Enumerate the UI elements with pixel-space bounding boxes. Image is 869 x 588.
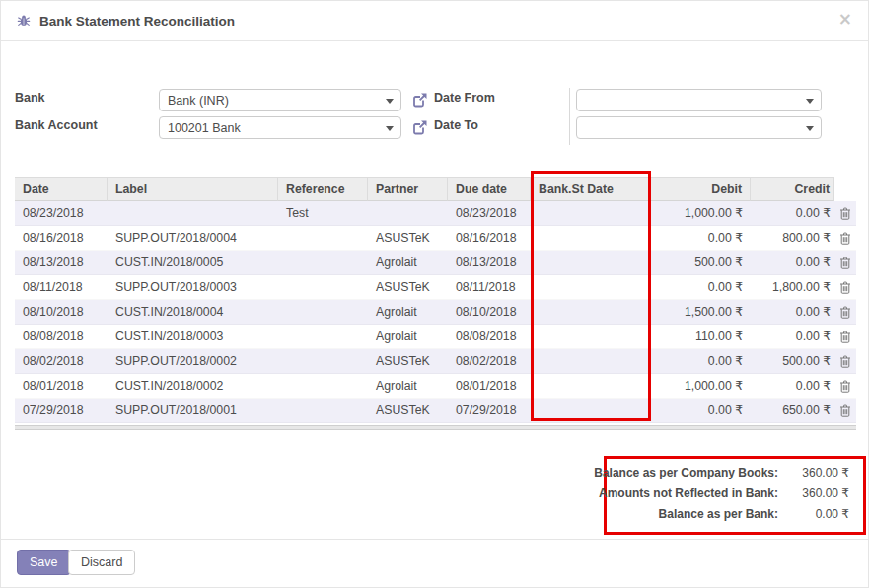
cell-date: 08/08/2018 (15, 325, 108, 348)
column-header-partner[interactable]: Partner (368, 177, 448, 201)
delete-cell[interactable] (834, 275, 856, 299)
dialog-header: Bank Statement Reconciliation × (1, 1, 868, 41)
delete-cell[interactable] (834, 300, 856, 324)
bank-account-external-link-icon[interactable] (412, 119, 428, 135)
delete-cell[interactable] (834, 399, 856, 422)
table-row[interactable]: 08/13/2018CUST.IN/2018/0005Agrolait08/13… (15, 251, 856, 275)
delete-row-icon[interactable] (839, 306, 851, 319)
cell-label: CUST.IN/2018/0004 (108, 300, 278, 324)
cell-debit: 1,000.00 ₹ (650, 201, 751, 225)
column-header-date[interactable]: Date (15, 177, 108, 201)
table-row[interactable]: 08/11/2018SUPP.OUT/2018/0003ASUSTeK08/11… (15, 275, 856, 300)
table-row[interactable]: 08/16/2018SUPP.OUT/2018/0004ASUSTeK08/16… (15, 226, 856, 251)
move-lines-table: Date Label Reference Partner Due date Ba… (15, 177, 856, 423)
cell-label: CUST.IN/2018/0002 (108, 374, 278, 398)
column-header-due-date[interactable]: Due date (448, 177, 531, 201)
table-footer-bar (15, 425, 856, 430)
cell-credit: 650.00 ₹ (751, 399, 834, 422)
table-row[interactable]: 08/02/2018SUPP.OUT/2018/0002ASUSTeK08/02… (15, 349, 856, 374)
delete-row-icon[interactable] (839, 207, 851, 220)
cell-due-date: 08/11/2018 (448, 275, 531, 299)
bank-statement-reconciliation-dialog: Bank Statement Reconciliation × Bank Ban… (0, 0, 869, 588)
table-row[interactable]: 08/10/2018CUST.IN/2018/0004Agrolait08/10… (15, 300, 856, 325)
cell-partner: Agrolait (368, 251, 448, 274)
cell-date: 07/29/2018 (15, 399, 108, 422)
cell-bank-st-date (531, 251, 650, 274)
delete-row-icon[interactable] (839, 232, 851, 245)
cell-label (108, 201, 278, 225)
delete-row-icon[interactable] (839, 331, 851, 343)
delete-cell[interactable] (834, 251, 856, 274)
bank-select-value: Bank (INR) (168, 94, 229, 108)
cell-credit: 0.00 ₹ (751, 201, 834, 225)
cell-reference (278, 300, 368, 324)
cell-label: SUPP.OUT/2018/0003 (108, 275, 278, 299)
delete-row-icon[interactable] (839, 380, 851, 393)
table-row[interactable]: 08/01/2018CUST.IN/2018/0002Agrolait08/01… (15, 374, 856, 399)
cell-partner: ASUSTeK (368, 226, 448, 250)
column-header-bank-st-date[interactable]: Bank.St Date (531, 177, 650, 201)
cell-date: 08/23/2018 (15, 201, 108, 225)
summary-value-not-reflected: 360.00 ₹ (778, 483, 849, 504)
cell-reference (278, 374, 368, 398)
delete-cell[interactable] (834, 349, 856, 373)
cell-label: SUPP.OUT/2018/0004 (108, 226, 278, 250)
delete-cell[interactable] (834, 325, 856, 348)
date-from-select[interactable] (576, 89, 822, 111)
bank-select[interactable]: Bank (INR) (159, 89, 401, 111)
cell-label: CUST.IN/2018/0005 (108, 251, 278, 274)
cell-debit: 0.00 ₹ (650, 226, 751, 250)
cell-bank-st-date (531, 349, 650, 373)
cell-partner: ASUSTeK (368, 399, 448, 422)
delete-cell[interactable] (834, 201, 856, 225)
bank-external-link-icon[interactable] (412, 92, 428, 108)
delete-row-icon[interactable] (839, 355, 851, 368)
cell-debit: 500.00 ₹ (650, 251, 751, 274)
cell-reference (278, 325, 368, 348)
cell-reference: Test (278, 201, 368, 225)
cell-label: SUPP.OUT/2018/0002 (108, 349, 278, 373)
chevron-down-icon (806, 126, 814, 131)
cell-bank-st-date (531, 226, 650, 250)
save-button[interactable]: Save (17, 550, 71, 575)
cell-partner: ASUSTeK (368, 275, 448, 299)
delete-row-icon[interactable] (839, 404, 851, 417)
cell-credit: 0.00 ₹ (751, 300, 834, 324)
cell-date: 08/01/2018 (15, 374, 108, 398)
table-body: 08/23/2018Test08/23/20181,000.00 ₹0.00 ₹… (15, 201, 856, 423)
form-column-divider (569, 88, 570, 145)
delete-cell[interactable] (834, 374, 856, 398)
column-header-label[interactable]: Label (108, 177, 278, 201)
delete-row-icon[interactable] (839, 257, 851, 269)
summary-row: Balance as per Company Books: 360.00 ₹ (594, 463, 849, 483)
cell-credit: 500.00 ₹ (751, 349, 834, 373)
column-header-delete (834, 177, 856, 201)
cell-date: 08/13/2018 (15, 251, 108, 274)
cell-partner (368, 201, 448, 225)
discard-button[interactable]: Discard (68, 550, 135, 575)
cell-date: 08/10/2018 (15, 300, 108, 324)
column-header-reference[interactable]: Reference (278, 177, 368, 201)
bank-account-label: Bank Account (15, 118, 98, 132)
table-row[interactable]: 08/23/2018Test08/23/20181,000.00 ₹0.00 ₹ (15, 201, 856, 226)
cell-partner: Agrolait (368, 300, 448, 324)
summary-row: Balance as per Bank: 0.00 ₹ (594, 504, 849, 525)
cell-reference (278, 251, 368, 274)
table-row[interactable]: 07/29/2018SUPP.OUT/2018/0001ASUSTeK07/29… (15, 399, 856, 423)
bug-icon (17, 14, 31, 28)
summary-label-company-books: Balance as per Company Books: (594, 463, 778, 483)
close-icon[interactable]: × (838, 11, 852, 28)
cell-due-date: 08/02/2018 (448, 349, 531, 373)
summary-row: Amounts not Reflected in Bank: 360.00 ₹ (594, 483, 849, 504)
column-header-credit[interactable]: Credit (751, 177, 834, 201)
cell-credit: 0.00 ₹ (751, 251, 834, 274)
cell-due-date: 08/10/2018 (448, 300, 531, 324)
date-to-select[interactable] (576, 116, 822, 139)
cell-date: 08/11/2018 (15, 275, 108, 299)
column-header-debit[interactable]: Debit (650, 177, 751, 201)
table-row[interactable]: 08/08/2018CUST.IN/2018/0003Agrolait08/08… (15, 325, 856, 349)
delete-row-icon[interactable] (839, 281, 851, 294)
bank-account-select[interactable]: 100201 Bank (159, 116, 401, 139)
cell-credit: 0.00 ₹ (751, 325, 834, 348)
delete-cell[interactable] (834, 226, 856, 250)
